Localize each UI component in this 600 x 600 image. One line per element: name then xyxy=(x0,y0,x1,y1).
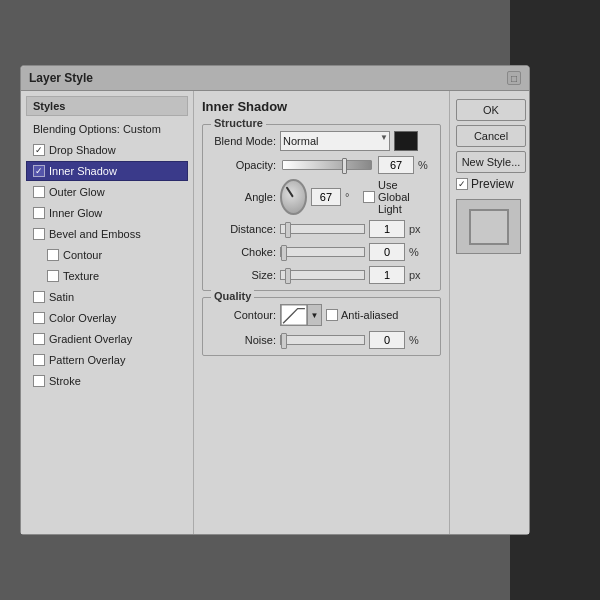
inner-glow-checkbox[interactable] xyxy=(33,207,45,219)
outer-glow-checkbox[interactable] xyxy=(33,186,45,198)
choke-unit: % xyxy=(409,246,423,258)
angle-input[interactable] xyxy=(311,188,341,206)
sidebar-item-texture[interactable]: Texture xyxy=(26,266,188,286)
noise-input[interactable] xyxy=(369,331,405,349)
structure-group: Structure Blend Mode: Normal Multiply Sc… xyxy=(202,124,441,291)
dial-needle xyxy=(286,186,294,197)
use-global-light-label[interactable]: Use Global Light xyxy=(363,179,432,215)
preview-inner xyxy=(469,209,509,245)
drop-shadow-checkbox[interactable] xyxy=(33,144,45,156)
noise-unit: % xyxy=(409,334,423,346)
sidebar-item-pattern-overlay[interactable]: Pattern Overlay xyxy=(26,350,188,370)
distance-input[interactable] xyxy=(369,220,405,238)
main-panel: Inner Shadow Structure Blend Mode: Norma… xyxy=(194,91,449,534)
color-overlay-label: Color Overlay xyxy=(49,312,116,324)
blend-mode-row: Blend Mode: Normal Multiply Screen Overl… xyxy=(211,131,432,151)
size-label: Size: xyxy=(211,269,276,281)
contour-checkbox[interactable] xyxy=(47,249,59,261)
noise-thumb xyxy=(281,333,287,349)
sidebar-item-inner-glow[interactable]: Inner Glow xyxy=(26,203,188,223)
contour-row-label: Contour: xyxy=(211,309,276,321)
satin-checkbox[interactable] xyxy=(33,291,45,303)
angle-row: Angle: ° Use Global Light xyxy=(211,179,432,215)
ok-button[interactable]: OK xyxy=(456,99,526,121)
opacity-input[interactable] xyxy=(378,156,414,174)
bevel-emboss-label: Bevel and Emboss xyxy=(49,228,141,240)
choke-label: Choke: xyxy=(211,246,276,258)
structure-label: Structure xyxy=(211,117,266,129)
opacity-thumb xyxy=(342,158,347,174)
cancel-button[interactable]: Cancel xyxy=(456,125,526,147)
section-title: Inner Shadow xyxy=(202,99,441,114)
button-panel: OK Cancel New Style... Preview xyxy=(449,91,529,534)
new-style-button[interactable]: New Style... xyxy=(456,151,526,173)
styles-header[interactable]: Styles xyxy=(26,96,188,116)
noise-row: Noise: % xyxy=(211,331,432,349)
bevel-emboss-checkbox[interactable] xyxy=(33,228,45,240)
sidebar-item-gradient-overlay[interactable]: Gradient Overlay xyxy=(26,329,188,349)
dialog-body: Styles Blending Options: Custom Drop Sha… xyxy=(21,91,529,534)
contour-dropdown-icon[interactable]: ▼ xyxy=(308,304,322,326)
contour-row: Contour: ▼ Anti-aliased xyxy=(211,304,432,326)
inner-shadow-label: Inner Shadow xyxy=(49,165,117,177)
distance-row: Distance: px xyxy=(211,220,432,238)
use-global-light-text: Use Global Light xyxy=(378,179,432,215)
quality-label: Quality xyxy=(211,290,254,302)
gradient-overlay-checkbox[interactable] xyxy=(33,333,45,345)
distance-slider[interactable] xyxy=(280,224,365,234)
sidebar-item-stroke[interactable]: Stroke xyxy=(26,371,188,391)
gradient-overlay-label: Gradient Overlay xyxy=(49,333,132,345)
noise-label: Noise: xyxy=(211,334,276,346)
blend-mode-dropdown-wrapper: Normal Multiply Screen Overlay xyxy=(280,131,390,151)
opacity-slider[interactable] xyxy=(282,160,372,170)
size-slider[interactable] xyxy=(280,270,365,280)
noise-slider[interactable] xyxy=(280,335,365,345)
blend-color-swatch[interactable] xyxy=(394,131,418,151)
pattern-overlay-label: Pattern Overlay xyxy=(49,354,125,366)
stroke-checkbox[interactable] xyxy=(33,375,45,387)
contour-label: Contour xyxy=(63,249,102,261)
size-input[interactable] xyxy=(369,266,405,284)
sidebar-item-color-overlay[interactable]: Color Overlay xyxy=(26,308,188,328)
sidebar-item-outer-glow[interactable]: Outer Glow xyxy=(26,182,188,202)
choke-thumb xyxy=(281,245,287,261)
blend-mode-select[interactable]: Normal Multiply Screen Overlay xyxy=(280,131,390,151)
angle-unit: ° xyxy=(345,191,359,203)
opacity-label: Opacity: xyxy=(211,159,276,171)
sidebar-item-bevel-emboss[interactable]: Bevel and Emboss xyxy=(26,224,188,244)
drop-shadow-label: Drop Shadow xyxy=(49,144,116,156)
angle-dial[interactable] xyxy=(280,179,307,215)
choke-slider[interactable] xyxy=(280,247,365,257)
texture-checkbox[interactable] xyxy=(47,270,59,282)
sidebar-item-satin[interactable]: Satin xyxy=(26,287,188,307)
size-thumb xyxy=(285,268,291,284)
dialog-title-bar: Layer Style □ xyxy=(21,66,529,91)
anti-aliased-label[interactable]: Anti-aliased xyxy=(326,309,398,321)
preview-label-row: Preview xyxy=(456,177,523,191)
choke-row: Choke: % xyxy=(211,243,432,261)
contour-preview[interactable] xyxy=(280,304,308,326)
sidebar-item-inner-shadow[interactable]: Inner Shadow xyxy=(26,161,188,181)
blend-mode-label: Blend Mode: xyxy=(211,135,276,147)
sidebar-item-contour[interactable]: Contour xyxy=(26,245,188,265)
close-icon[interactable]: □ xyxy=(507,71,521,85)
pattern-overlay-checkbox[interactable] xyxy=(33,354,45,366)
sidebar-item-blending-options[interactable]: Blending Options: Custom xyxy=(26,119,188,139)
angle-label: Angle: xyxy=(211,191,276,203)
anti-aliased-checkbox[interactable] xyxy=(326,309,338,321)
use-global-light-checkbox[interactable] xyxy=(363,191,375,203)
satin-label: Satin xyxy=(49,291,74,303)
layer-style-dialog: Layer Style □ Styles Blending Options: C… xyxy=(20,65,530,535)
color-overlay-checkbox[interactable] xyxy=(33,312,45,324)
outer-glow-label: Outer Glow xyxy=(49,186,105,198)
distance-unit: px xyxy=(409,223,423,235)
preview-checkbox[interactable] xyxy=(456,178,468,190)
quality-group: Quality Contour: ▼ xyxy=(202,297,441,356)
distance-label: Distance: xyxy=(211,223,276,235)
opacity-row: Opacity: % xyxy=(211,156,432,174)
left-panel: Styles Blending Options: Custom Drop Sha… xyxy=(21,91,194,534)
stroke-label: Stroke xyxy=(49,375,81,387)
inner-shadow-checkbox[interactable] xyxy=(33,165,45,177)
sidebar-item-drop-shadow[interactable]: Drop Shadow xyxy=(26,140,188,160)
choke-input[interactable] xyxy=(369,243,405,261)
